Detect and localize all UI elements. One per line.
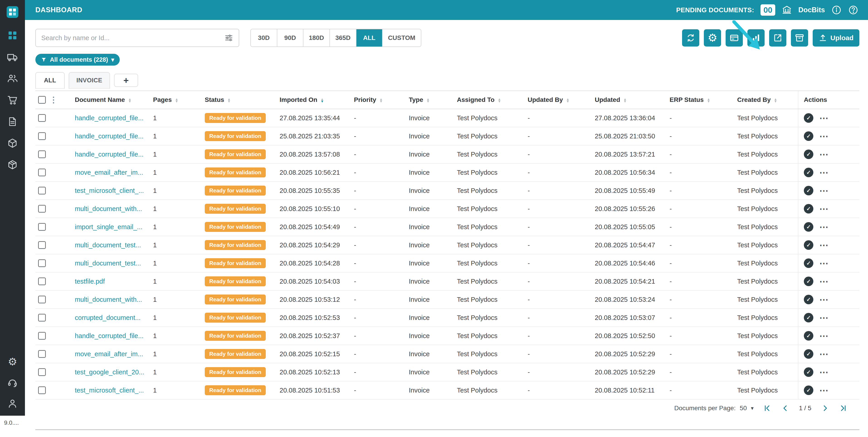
document-link[interactable]: test_microsoft_client_...: [75, 187, 144, 194]
validate-button[interactable]: ✓: [804, 385, 813, 395]
column-type[interactable]: Type▲▼: [403, 91, 452, 109]
sidebar-item-dashboard[interactable]: [7, 30, 18, 41]
sort-icon[interactable]: ▲▼: [774, 98, 777, 102]
sort-icon-active[interactable]: ▲▼: [320, 98, 324, 102]
row-menu-button[interactable]: ⋯: [819, 188, 829, 193]
validate-button[interactable]: ✓: [804, 331, 813, 341]
row-menu-button[interactable]: ⋯: [819, 152, 829, 156]
row-menu-button[interactable]: ⋯: [819, 206, 829, 211]
sidebar-item-orders[interactable]: [7, 95, 18, 106]
filter-sliders-icon[interactable]: [224, 33, 233, 42]
range-30d[interactable]: 30D: [251, 29, 277, 47]
validate-button[interactable]: ✓: [804, 295, 813, 304]
row-menu-button[interactable]: ⋯: [819, 279, 829, 284]
document-link[interactable]: handle_corrupted_file...: [75, 151, 144, 158]
document-link[interactable]: test_microsoft_client_...: [75, 387, 144, 394]
row-menu-button[interactable]: ⋯: [819, 297, 829, 302]
row-checkbox[interactable]: [38, 278, 46, 285]
sidebar-item-products[interactable]: [7, 159, 18, 170]
row-checkbox[interactable]: [38, 114, 46, 122]
tab-invoice[interactable]: INVOICE: [69, 72, 110, 89]
range-180d[interactable]: 180D: [303, 29, 330, 47]
column-created-by[interactable]: Created By▲▼: [732, 91, 798, 109]
app-logo[interactable]: [5, 5, 20, 20]
analytics-button[interactable]: [747, 29, 765, 47]
row-checkbox[interactable]: [38, 241, 46, 249]
row-menu-button[interactable]: ⋯: [819, 315, 829, 320]
last-page-button[interactable]: [839, 404, 847, 412]
row-checkbox[interactable]: [38, 350, 46, 358]
document-link[interactable]: handle_corrupted_file...: [75, 114, 144, 122]
row-checkbox[interactable]: [38, 187, 46, 195]
validate-button[interactable]: ✓: [804, 113, 813, 123]
validate-button[interactable]: ✓: [804, 367, 813, 377]
column-priority[interactable]: Priority▲▼: [348, 91, 403, 109]
sort-icon[interactable]: ▲▼: [227, 98, 231, 102]
next-page-button[interactable]: [821, 404, 830, 412]
row-menu-button[interactable]: ⋯: [819, 370, 829, 374]
column-assigned-to[interactable]: Assigned To▲▼: [452, 91, 522, 109]
row-checkbox[interactable]: [38, 169, 46, 176]
sort-icon[interactable]: ▲▼: [128, 98, 131, 102]
tab-all[interactable]: ALL: [35, 72, 65, 89]
validate-button[interactable]: ✓: [804, 240, 813, 250]
row-checkbox[interactable]: [38, 296, 46, 303]
row-checkbox[interactable]: [38, 314, 46, 321]
row-checkbox[interactable]: [38, 259, 46, 267]
range-90d[interactable]: 90D: [277, 29, 303, 47]
validate-button[interactable]: ✓: [804, 258, 813, 268]
row-menu-button[interactable]: ⋯: [819, 333, 829, 338]
row-menu-button[interactable]: ⋯: [819, 116, 829, 120]
row-menu-button[interactable]: ⋯: [819, 352, 829, 356]
column-updated[interactable]: Updated▲▼: [589, 91, 664, 109]
first-page-button[interactable]: [763, 404, 771, 412]
sidebar-item-shipments[interactable]: [7, 52, 18, 62]
add-tab-button[interactable]: +: [114, 74, 138, 87]
row-menu-button[interactable]: ⋯: [819, 225, 829, 229]
column-imported-on[interactable]: Imported On▲▼: [274, 91, 348, 109]
sidebar-item-invoices[interactable]: [7, 116, 18, 127]
sort-icon[interactable]: ▲▼: [426, 98, 430, 102]
sort-icon[interactable]: ▲▼: [379, 98, 383, 102]
validate-button[interactable]: ✓: [804, 349, 813, 359]
validate-button[interactable]: ✓: [804, 186, 813, 195]
select-all-checkbox[interactable]: [38, 96, 46, 104]
document-link[interactable]: handle_corrupted_file...: [75, 133, 144, 140]
validate-button[interactable]: ✓: [804, 204, 813, 213]
archive-button[interactable]: [791, 29, 808, 47]
document-link[interactable]: multi_document_with...: [75, 205, 142, 212]
column-pages[interactable]: Pages▲▼: [148, 91, 199, 109]
settings-button[interactable]: ⚙: [704, 29, 721, 47]
export-button[interactable]: [769, 29, 786, 47]
document-link[interactable]: import_single_email_...: [75, 223, 143, 231]
document-link[interactable]: testfile.pdf: [75, 278, 105, 285]
sort-icon[interactable]: ▲▼: [623, 98, 627, 102]
refresh-button[interactable]: [682, 29, 699, 47]
row-checkbox[interactable]: [38, 150, 46, 158]
upload-button[interactable]: Upload: [813, 29, 859, 47]
row-menu-button[interactable]: ⋯: [819, 388, 829, 392]
row-checkbox[interactable]: [38, 386, 46, 394]
validate-button[interactable]: ✓: [804, 168, 813, 177]
column-updated-by[interactable]: Updated By▲▼: [522, 91, 589, 109]
sort-icon[interactable]: ▲▼: [175, 98, 179, 102]
range-all[interactable]: ALL: [356, 29, 382, 47]
sort-icon[interactable]: ▲▼: [566, 98, 569, 102]
document-link[interactable]: corrupted_document...: [75, 314, 141, 321]
prev-page-button[interactable]: [781, 404, 789, 412]
document-link[interactable]: move_email_after_im...: [75, 350, 143, 357]
sort-icon[interactable]: ▲▼: [707, 98, 710, 102]
sidebar-item-users[interactable]: [7, 73, 18, 84]
document-link[interactable]: multi_document_with...: [75, 296, 142, 303]
organization-button[interactable]: [782, 5, 792, 15]
document-link[interactable]: multi_document_test...: [75, 241, 141, 249]
row-menu-button[interactable]: ⋯: [819, 243, 829, 247]
documents-filter-chip[interactable]: All documents (228) ▾: [35, 54, 120, 65]
range-custom[interactable]: CUSTOM: [382, 29, 421, 47]
row-checkbox[interactable]: [38, 332, 46, 340]
row-menu-button[interactable]: ⋯: [819, 134, 829, 138]
document-link[interactable]: move_email_after_im...: [75, 169, 143, 176]
validate-button[interactable]: ✓: [804, 149, 813, 159]
validate-button[interactable]: ✓: [804, 222, 813, 232]
column-status[interactable]: Status▲▼: [199, 91, 274, 109]
